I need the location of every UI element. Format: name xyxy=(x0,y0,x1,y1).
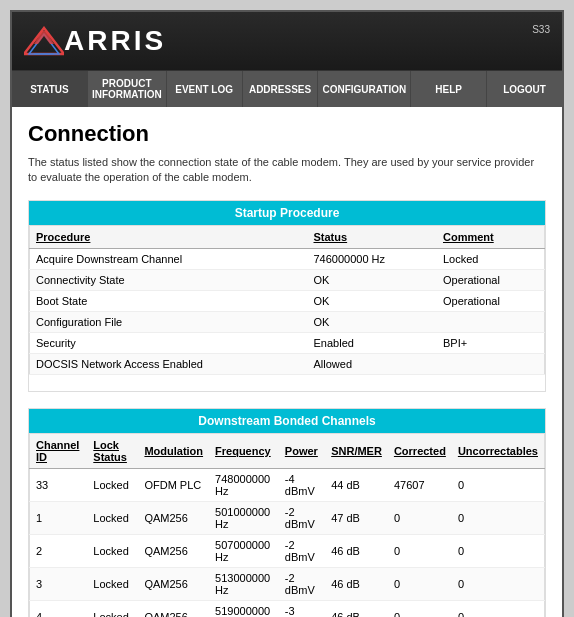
startup-status-cell: 746000000 Hz xyxy=(308,248,437,269)
ds-power: -2 dBmV xyxy=(279,501,325,534)
ds-modulation: QAM256 xyxy=(138,567,209,600)
startup-procedure-cell: Configuration File xyxy=(30,311,308,332)
nav-status[interactable]: STATUS xyxy=(12,71,88,107)
nav-event-log[interactable]: EVENT LOG xyxy=(167,71,243,107)
downstream-col-header: Channel ID xyxy=(30,433,88,468)
ds-lock-status: Locked xyxy=(87,534,138,567)
startup-comment-cell xyxy=(437,353,545,374)
table-row: DOCSIS Network Access Enabled Allowed xyxy=(30,353,545,374)
startup-comment-cell: Locked xyxy=(437,248,545,269)
content-area: Connection The status listed show the co… xyxy=(12,107,562,617)
nav-help[interactable]: HELP xyxy=(411,71,487,107)
ds-modulation: OFDM PLC xyxy=(138,468,209,501)
startup-procedure-section: Startup Procedure Procedure Status Comme… xyxy=(28,200,546,392)
startup-procedure-cell: Connectivity State xyxy=(30,269,308,290)
startup-status-cell: Enabled xyxy=(308,332,437,353)
table-row: Acquire Downstream Channel 746000000 Hz … xyxy=(30,248,545,269)
page-title: Connection xyxy=(28,121,546,147)
startup-status-cell: OK xyxy=(308,269,437,290)
logo: ARRIS xyxy=(24,25,166,57)
downstream-col-header: Power xyxy=(279,433,325,468)
ds-corrected: 0 xyxy=(388,534,452,567)
startup-table: Procedure Status Comment Acquire Downstr… xyxy=(29,225,545,375)
ds-modulation: QAM256 xyxy=(138,600,209,617)
ds-corrected: 0 xyxy=(388,567,452,600)
ds-snr: 47 dB xyxy=(325,501,388,534)
version-label: S33 xyxy=(532,20,550,35)
ds-uncorrectables: 0 xyxy=(452,501,545,534)
logo-icon xyxy=(24,26,64,56)
navbar: STATUS PRODUCT INFORMATION EVENT LOG ADD… xyxy=(12,70,562,107)
downstream-section: Downstream Bonded Channels Channel IDLoc… xyxy=(28,408,546,617)
ds-lock-status: Locked xyxy=(87,567,138,600)
ds-power: -2 dBmV xyxy=(279,534,325,567)
table-row: 33 Locked OFDM PLC 748000000 Hz -4 dBmV … xyxy=(30,468,545,501)
header: ARRIS S33 xyxy=(12,12,562,70)
ds-power: -2 dBmV xyxy=(279,567,325,600)
table-row: Connectivity State OK Operational xyxy=(30,269,545,290)
ds-corrected: 0 xyxy=(388,501,452,534)
svg-marker-1 xyxy=(29,34,59,54)
downstream-table: Channel IDLock StatusModulationFrequency… xyxy=(29,433,545,617)
downstream-col-header: Frequency xyxy=(209,433,279,468)
col-comment: Comment xyxy=(437,225,545,248)
startup-procedure-cell: Boot State xyxy=(30,290,308,311)
nav-addresses[interactable]: ADDRESSES xyxy=(243,71,319,107)
nav-configuration[interactable]: CONFIGURATION xyxy=(318,71,411,107)
downstream-col-header: Modulation xyxy=(138,433,209,468)
startup-comment-cell: Operational xyxy=(437,290,545,311)
ds-uncorrectables: 0 xyxy=(452,468,545,501)
brand-name: ARRIS xyxy=(64,25,166,57)
ds-power: -3 dBmV xyxy=(279,600,325,617)
ds-channel-id: 1 xyxy=(30,501,88,534)
ds-power: -4 dBmV xyxy=(279,468,325,501)
startup-comment-cell: Operational xyxy=(437,269,545,290)
ds-frequency: 507000000 Hz xyxy=(209,534,279,567)
ds-modulation: QAM256 xyxy=(138,501,209,534)
ds-snr: 46 dB xyxy=(325,600,388,617)
nav-logout[interactable]: LOGOUT xyxy=(487,71,562,107)
col-procedure: Procedure xyxy=(30,225,308,248)
downstream-col-header: SNR/MER xyxy=(325,433,388,468)
ds-channel-id: 4 xyxy=(30,600,88,617)
startup-comment-cell: BPI+ xyxy=(437,332,545,353)
startup-section-header: Startup Procedure xyxy=(29,201,545,225)
ds-corrected: 0 xyxy=(388,600,452,617)
table-row: 2 Locked QAM256 507000000 Hz -2 dBmV 46 … xyxy=(30,534,545,567)
startup-status-cell: OK xyxy=(308,311,437,332)
ds-uncorrectables: 0 xyxy=(452,567,545,600)
table-row: 1 Locked QAM256 501000000 Hz -2 dBmV 47 … xyxy=(30,501,545,534)
table-row: 4 Locked QAM256 519000000 Hz -3 dBmV 46 … xyxy=(30,600,545,617)
ds-uncorrectables: 0 xyxy=(452,600,545,617)
nav-product-info[interactable]: PRODUCT INFORMATION xyxy=(88,71,167,107)
startup-procedure-cell: Security xyxy=(30,332,308,353)
downstream-col-header: Lock Status xyxy=(87,433,138,468)
ds-frequency: 748000000 Hz xyxy=(209,468,279,501)
ds-channel-id: 3 xyxy=(30,567,88,600)
table-row: Configuration File OK xyxy=(30,311,545,332)
startup-comment-cell xyxy=(437,311,545,332)
ds-snr: 46 dB xyxy=(325,567,388,600)
ds-lock-status: Locked xyxy=(87,468,138,501)
startup-status-cell: Allowed xyxy=(308,353,437,374)
ds-frequency: 519000000 Hz xyxy=(209,600,279,617)
table-row: 3 Locked QAM256 513000000 Hz -2 dBmV 46 … xyxy=(30,567,545,600)
ds-modulation: QAM256 xyxy=(138,534,209,567)
ds-channel-id: 2 xyxy=(30,534,88,567)
ds-corrected: 47607 xyxy=(388,468,452,501)
ds-lock-status: Locked xyxy=(87,600,138,617)
ds-channel-id: 33 xyxy=(30,468,88,501)
downstream-col-header: Uncorrectables xyxy=(452,433,545,468)
startup-procedure-cell: DOCSIS Network Access Enabled xyxy=(30,353,308,374)
ds-snr: 44 dB xyxy=(325,468,388,501)
downstream-section-header: Downstream Bonded Channels xyxy=(29,409,545,433)
ds-lock-status: Locked xyxy=(87,501,138,534)
ds-frequency: 513000000 Hz xyxy=(209,567,279,600)
startup-status-cell: OK xyxy=(308,290,437,311)
downstream-col-header: Corrected xyxy=(388,433,452,468)
ds-snr: 46 dB xyxy=(325,534,388,567)
ds-uncorrectables: 0 xyxy=(452,534,545,567)
startup-procedure-cell: Acquire Downstream Channel xyxy=(30,248,308,269)
table-row: Security Enabled BPI+ xyxy=(30,332,545,353)
table-row: Boot State OK Operational xyxy=(30,290,545,311)
